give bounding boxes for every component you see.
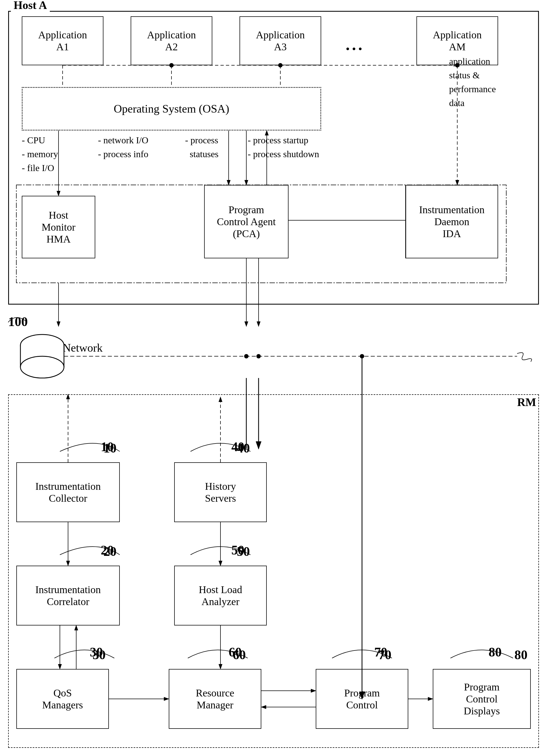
qos-managers-box: QoSManagers: [16, 669, 109, 729]
program-control-displays-label: ProgramControlDisplays: [464, 681, 500, 717]
svg-point-31: [244, 354, 248, 358]
app-a1-box: ApplicationA1: [22, 16, 103, 65]
resource-manager-label: ResourceManager: [196, 687, 234, 711]
rm-label: RM: [517, 396, 536, 409]
host-monitor-box: HostMonitorHMA: [22, 196, 95, 258]
svg-rect-24: [20, 345, 64, 367]
program-control-main-box: ProgramControl: [316, 669, 408, 729]
num-10: 10: [101, 439, 114, 454]
history-servers-box: HistoryServers: [174, 462, 267, 522]
program-control-displays-box: ProgramControlDisplays: [433, 669, 531, 729]
program-control-agent-box: ProgramControl Agent(PCA): [204, 185, 289, 258]
app-a3-box: ApplicationA3: [239, 16, 321, 65]
instr-daemon-label: InstrumentationDaemonIDA: [419, 204, 485, 240]
history-servers-label: HistoryServers: [205, 480, 236, 504]
diagram-container: Host A ApplicationA1 ApplicationA2 Appli…: [0, 0, 546, 756]
svg-point-32: [256, 354, 261, 358]
app-am-label: ApplicationAM: [433, 29, 482, 53]
os-label: Operating System (OSA): [114, 102, 229, 115]
os-box: Operating System (OSA): [22, 87, 321, 131]
svg-point-27: [20, 356, 64, 378]
program-control-main-label: ProgramControl: [344, 687, 380, 711]
host-load-analyzer-label: Host LoadAnalyzer: [199, 584, 242, 608]
app-status-label: applicationstatus &performancedata: [449, 54, 496, 110]
num-60: 60: [228, 645, 242, 659]
dots-label: ...: [346, 35, 365, 54]
instr-correlator-box: InstrumentationCorrelator: [16, 566, 120, 625]
instr-daemon-box: InstrumentationDaemonIDA: [406, 185, 498, 258]
process-startup-label: - process startup- process shutdown: [248, 133, 319, 161]
process-statuses-label: - process statuses: [185, 133, 218, 161]
num-50: 50: [231, 543, 244, 557]
program-control-agent-label: ProgramControl Agent(PCA): [217, 204, 276, 240]
host-monitor-label: HostMonitorHMA: [42, 209, 76, 245]
resource-manager-box: ResourceManager: [169, 669, 261, 729]
qos-managers-label: QoSManagers: [42, 687, 83, 711]
num-70: 70: [374, 645, 387, 659]
app-a2-box: ApplicationA2: [131, 16, 212, 65]
num-80: 80: [489, 645, 502, 659]
app-a1-label: ApplicationA1: [38, 29, 87, 53]
instr-collector-label: InstrumentationCollector: [35, 480, 101, 504]
num-20: 20: [101, 543, 114, 557]
instr-correlator-label: InstrumentationCorrelator: [35, 584, 101, 608]
network-io-label: - network I/O- process info: [98, 133, 148, 161]
app-a3-label: ApplicationA3: [256, 29, 305, 53]
num-30: 30: [90, 645, 103, 659]
num-40: 40: [231, 439, 244, 454]
cpu-label: - CPU- memory- file I/O: [22, 133, 58, 175]
program-control-displays-number: 80: [514, 647, 528, 662]
svg-point-23: [20, 334, 64, 356]
app-a2-label: ApplicationA2: [147, 29, 196, 53]
network-number: 100: [8, 314, 28, 329]
host-load-analyzer-box: Host LoadAnalyzer: [174, 566, 267, 625]
svg-point-45: [360, 354, 364, 358]
host-a-label: Host A: [11, 0, 50, 12]
network-label: Network: [63, 341, 103, 354]
instr-collector-box: InstrumentationCollector: [16, 462, 120, 522]
